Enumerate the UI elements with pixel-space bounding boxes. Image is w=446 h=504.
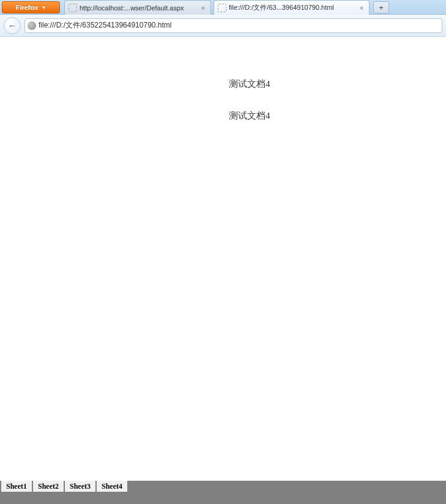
firefox-menu-label: Firefox [16,4,39,11]
sheet-tab[interactable]: Sheet1 [1,481,33,492]
close-icon[interactable]: × [358,4,365,12]
firefox-menu-button[interactable]: Firefox ▼ [2,1,60,13]
page-icon [218,4,226,12]
url-bar[interactable] [24,18,442,33]
globe-icon [28,21,36,30]
sheet-tab[interactable]: Sheet4 [97,481,128,492]
close-icon[interactable]: × [199,4,207,12]
toolbar: ← [0,15,446,37]
document-body: 测试文档4 [229,110,270,122]
chevron-down-icon: ▼ [41,5,46,10]
titlebar: Firefox ▼ http://localhost:...wser/Defau… [0,0,446,15]
document-title: 测试文档4 [229,78,270,90]
tab-label: file:///D:/文件/63...3964910790.html [229,3,355,12]
page-icon [69,4,77,12]
tab-label: http://localhost:...wser/Default.aspx [80,4,197,12]
arrow-left-icon: ← [8,20,17,31]
browser-tab[interactable]: http://localhost:...wser/Default.aspx × [64,0,211,15]
page-content: 测试文档4 测试文档4 [0,37,446,481]
sheet-tabs-bar: Sheet1 Sheet2 Sheet3 Sheet4 [0,481,446,504]
url-input[interactable] [39,21,439,30]
sheet-tab[interactable]: Sheet3 [65,481,97,492]
back-button[interactable]: ← [4,17,21,34]
sheet-tab[interactable]: Sheet2 [33,481,65,492]
browser-tab[interactable]: file:///D:/文件/63...3964910790.html × [214,0,370,15]
new-tab-button[interactable]: + [373,1,389,13]
